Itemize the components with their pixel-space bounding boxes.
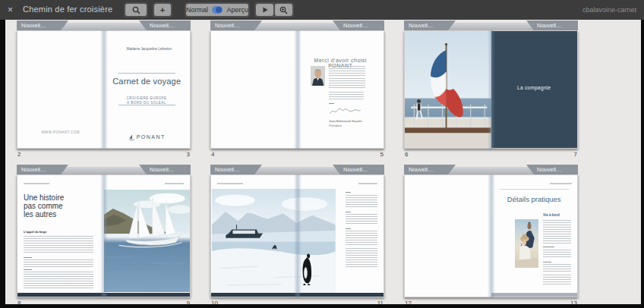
text-placeholder — [543, 220, 571, 244]
toggle-switch[interactable] — [212, 6, 223, 14]
spread-tab[interactable]: Nouvell… — [333, 165, 384, 174]
spread-8-9[interactable]: Une histoire pas comme les autres L'appe… — [17, 174, 191, 297]
view-mode-toggle[interactable]: Normal Aperçu — [186, 4, 248, 16]
close-icon[interactable]: × — [8, 5, 13, 15]
search-icon — [131, 5, 141, 15]
spread-tab[interactable]: Nouvell… — [139, 20, 191, 30]
page-number: 5 — [380, 151, 384, 158]
spread-10-11[interactable] — [210, 174, 384, 297]
page-8: Une histoire pas comme les autres L'appe… — [17, 174, 104, 297]
page-2: WWW.PONANT.COM — [17, 30, 104, 149]
text-placeholder — [543, 262, 551, 262]
spread-6-7[interactable]: La compagnie — [404, 30, 578, 149]
text-placeholder — [329, 78, 365, 90]
zoom-in-icon — [279, 5, 289, 15]
footer-band — [298, 293, 384, 297]
spread-tab[interactable]: Nouvell… — [404, 20, 456, 30]
play-button[interactable] — [256, 4, 273, 16]
text-placeholder — [346, 195, 377, 209]
apercu-label: Aperçu — [226, 6, 248, 14]
couple-photo — [515, 219, 538, 268]
spread-tab[interactable]: Nouvell… — [526, 20, 578, 30]
signature — [329, 105, 361, 116]
text-placeholder — [346, 228, 351, 229]
search-button[interactable] — [125, 4, 147, 16]
running-header — [217, 183, 243, 184]
flag-art — [405, 31, 491, 148]
spread-cell-4-5: Nouvell… Nouvell… Merci d'avoir choisi P… — [209, 20, 386, 162]
text-placeholder — [24, 236, 93, 254]
recipient: Madame Jacqueline Lebreton — [104, 42, 191, 56]
spread-cell-8-9: Nouvell… Nouvell… Une histoire pas comme… — [15, 165, 192, 304]
spread-4-5[interactable]: Merci d'avoir choisi PONANT — [210, 30, 384, 149]
page-number: 11 — [377, 300, 384, 304]
spread-tab[interactable]: Nouvell… — [210, 165, 262, 174]
sailboat-art — [104, 190, 191, 292]
page-number: 4 — [211, 151, 214, 158]
text-placeholder — [543, 250, 571, 259]
page-6 — [404, 30, 491, 149]
page-number: 8 — [17, 300, 21, 304]
running-header — [550, 183, 573, 184]
spread-12-13[interactable]: Détails pratiques Vie à bord — [404, 174, 578, 297]
page-number: 13 — [570, 300, 577, 304]
running-header — [358, 183, 377, 184]
spread-tab[interactable]: Nouvell… — [404, 165, 456, 174]
page-number: 10 — [211, 300, 218, 304]
text-placeholder — [329, 92, 363, 101]
page-7: La compagnie — [491, 30, 579, 149]
portrait-art — [311, 66, 325, 86]
text-placeholder — [24, 257, 32, 258]
footer-url: WWW.PONANT.COM — [17, 126, 104, 140]
page-4 — [210, 30, 298, 149]
text-placeholder — [24, 259, 93, 267]
add-group: + — [153, 2, 172, 17]
divider — [118, 105, 175, 105]
spread-2-3[interactable]: WWW.PONANT.COM Madame Jacqueline Lebreto… — [17, 30, 191, 149]
zoom-button[interactable] — [275, 4, 292, 16]
footer-band — [211, 293, 298, 297]
section-label: La compagnie — [491, 85, 578, 90]
footer-band — [17, 293, 104, 297]
text-placeholder — [543, 275, 571, 284]
spread-tab[interactable]: Nouvell… — [139, 165, 191, 174]
text-placeholder — [346, 192, 351, 193]
page-number: 9 — [187, 300, 190, 304]
page-number: 7 — [574, 151, 577, 158]
user-label: cbalavoine-carnet — [582, 6, 636, 14]
page-number: 3 — [187, 151, 190, 158]
text-placeholder — [346, 212, 351, 212]
spread-cell-6-7: Nouvell… Nouvell… — [402, 20, 579, 162]
signature-name: Jean-Emmanuel Sauvée — [329, 119, 362, 123]
signature-role: Président — [329, 124, 342, 127]
spread-tab[interactable]: Nouvell… — [17, 165, 68, 174]
antarctica-photo — [212, 189, 336, 293]
page-12 — [404, 174, 491, 297]
page-number: 12 — [405, 300, 412, 304]
spread-tab[interactable]: Nouvell… — [17, 20, 68, 30]
sail-icon — [128, 134, 135, 141]
text-placeholder — [329, 103, 334, 104]
text-placeholder — [24, 272, 93, 288]
portrait-photo — [311, 66, 325, 86]
running-header — [165, 183, 184, 184]
page-number: 6 — [405, 151, 408, 158]
plus-icon: + — [160, 4, 165, 16]
page-number: 2 — [17, 151, 21, 158]
footer-band — [104, 293, 191, 297]
page-5: Merci d'avoir choisi PONANT — [298, 30, 385, 149]
running-header — [24, 183, 49, 184]
subhead: Vie à bord — [543, 213, 560, 217]
toggle-knob — [216, 7, 222, 13]
spread-tab[interactable]: Nouvell… — [526, 165, 578, 174]
spread-tab[interactable]: Nouvell… — [210, 20, 262, 30]
antarctica-art — [212, 189, 336, 293]
footer-band — [491, 293, 578, 297]
view-mode-group: Normal Aperçu — [185, 2, 250, 17]
add-button[interactable]: + — [154, 4, 171, 16]
page-9 — [104, 174, 191, 297]
text-placeholder — [24, 269, 32, 270]
spread-tab[interactable]: Nouvell… — [333, 20, 384, 30]
toolbar: × Chemin de fer croisière + Normal Aperç… — [0, 0, 644, 20]
page-board: Nouvell… Nouvell… WWW.PONANT.COM Madame … — [5, 20, 641, 304]
